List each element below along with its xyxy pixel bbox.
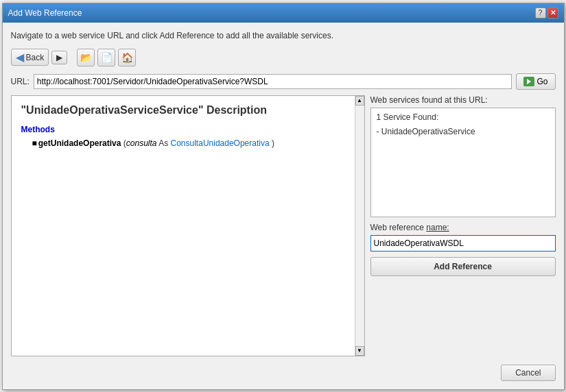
footer: Cancel: [11, 362, 556, 381]
ref-name-label: Web reference name:: [370, 223, 556, 232]
left-panel-scrollbar: ▲ ▼: [355, 96, 364, 356]
method-item: ■ getUnidadeOperativa (consulta As Consu…: [32, 138, 345, 148]
back-icon: ◀: [16, 51, 24, 64]
page-button[interactable]: 📄: [97, 49, 115, 66]
ref-name-input[interactable]: [370, 235, 556, 252]
method-bullet: ■: [32, 138, 37, 148]
left-panel-content: "UnidadeOperativaServiceService" Descrip…: [12, 96, 355, 356]
service-item: - UnidadeOperativaService: [377, 126, 550, 137]
url-row: URL: Go: [11, 73, 556, 90]
forward-icon: ▶: [56, 53, 62, 62]
services-panel-label: Web services found at this URL:: [370, 95, 556, 105]
go-icon: [523, 77, 534, 86]
service-title: "UnidadeOperativaServiceService" Descrip…: [21, 104, 345, 117]
ref-name-suffix: ame:: [431, 223, 449, 232]
home-button[interactable]: 🏠: [118, 49, 136, 66]
method-param-italic: consulta: [126, 138, 157, 148]
forward-button[interactable]: ▶: [51, 51, 67, 64]
method-name: getUnidadeOperativa: [38, 138, 121, 148]
instruction-text: Navigate to a web service URL and click …: [11, 31, 556, 40]
back-button[interactable]: ◀ Back: [11, 49, 49, 66]
go-button[interactable]: Go: [516, 73, 555, 90]
title-bar-buttons: ? ✕: [535, 8, 558, 19]
go-arrow: [527, 79, 531, 84]
home-icon: 🏠: [121, 52, 133, 63]
folder-open-button[interactable]: 📂: [77, 49, 95, 66]
go-label: Go: [536, 77, 547, 86]
title-bar: Add Web Reference ? ✕: [3, 3, 564, 23]
method-text-as: As: [157, 138, 171, 148]
back-label: Back: [26, 53, 45, 62]
right-panel: Web services found at this URL: 1 Servic…: [370, 95, 556, 356]
add-reference-button[interactable]: Add Reference: [370, 257, 556, 276]
dialog-title: Add Web Reference: [8, 8, 82, 18]
help-button[interactable]: ?: [535, 8, 546, 19]
add-web-reference-dialog: Add Web Reference ? ✕ Navigate to a web …: [2, 3, 565, 390]
scroll-up-arrow[interactable]: ▲: [355, 96, 364, 106]
services-list: 1 Service Found: - UnidadeOperativaServi…: [370, 108, 556, 217]
ref-name-underline: n: [426, 223, 431, 232]
folder-open-icon: 📂: [80, 52, 92, 63]
url-label: URL:: [11, 77, 30, 86]
cancel-button[interactable]: Cancel: [501, 365, 555, 381]
method-param-link[interactable]: ConsultaUnidadeOperativa: [171, 138, 270, 148]
page-icon: 📄: [101, 52, 113, 63]
toolbar: ◀ Back ▶ 📂 📄 🏠: [11, 49, 556, 66]
method-text-after: ): [270, 138, 274, 148]
method-text-before: (: [121, 138, 126, 148]
url-input[interactable]: [34, 74, 512, 89]
scroll-track: [355, 106, 364, 346]
close-button[interactable]: ✕: [547, 8, 558, 19]
scroll-down-arrow[interactable]: ▼: [355, 346, 364, 356]
methods-label: Methods: [21, 125, 345, 134]
dialog-body: Navigate to a web service URL and click …: [3, 23, 564, 389]
services-found: 1 Service Found:: [377, 112, 550, 122]
left-panel: "UnidadeOperativaServiceService" Descrip…: [11, 95, 365, 356]
main-content: "UnidadeOperativaServiceService" Descrip…: [11, 95, 556, 356]
